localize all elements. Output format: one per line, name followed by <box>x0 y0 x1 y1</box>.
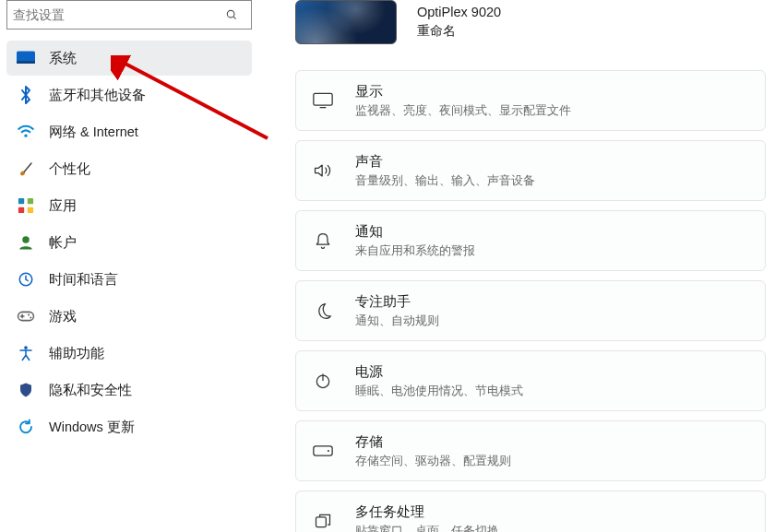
apps-icon <box>16 195 36 216</box>
device-header: OptiPlex 9020 重命名 <box>295 0 775 44</box>
nav-list: 系统 蓝牙和其他设备 网络 & Internet 个性化 <box>6 41 252 444</box>
settings-cards: 显示 监视器、亮度、夜间模式、显示配置文件 声音 音量级别、输出、输入、声音设备 <box>295 70 766 532</box>
multitask-icon <box>311 509 335 532</box>
sidebar-item-label: 蓝牙和其他设备 <box>49 87 146 104</box>
sidebar-item-accounts[interactable]: 帐户 <box>6 225 252 260</box>
svg-point-16 <box>24 346 28 349</box>
power-icon <box>311 369 335 393</box>
card-title: 专注助手 <box>355 293 439 311</box>
card-subtitle: 通知、自动规则 <box>355 313 439 329</box>
sidebar-item-accessibility[interactable]: 辅助功能 <box>6 336 252 371</box>
sidebar-item-label: 个性化 <box>49 160 90 178</box>
sidebar-item-bluetooth[interactable]: 蓝牙和其他设备 <box>6 77 252 112</box>
card-sound[interactable]: 声音 音量级别、输出、输入、声音设备 <box>295 140 766 201</box>
sidebar-item-label: 时间和语言 <box>49 271 118 289</box>
svg-rect-6 <box>28 198 33 204</box>
svg-line-1 <box>233 17 236 19</box>
svg-rect-7 <box>18 207 24 213</box>
update-icon <box>16 417 36 437</box>
device-name: OptiPlex 9020 <box>417 5 501 19</box>
rename-link[interactable]: 重命名 <box>417 23 501 40</box>
svg-rect-8 <box>28 207 33 213</box>
card-title: 通知 <box>355 223 475 241</box>
svg-point-4 <box>24 135 27 137</box>
card-title: 电源 <box>355 363 523 381</box>
card-subtitle: 来自应用和系统的警报 <box>355 243 475 259</box>
svg-rect-5 <box>18 198 24 204</box>
card-focus-assist[interactable]: 专注助手 通知、自动规则 <box>295 280 766 341</box>
bluetooth-icon <box>16 85 36 105</box>
sidebar-item-privacy[interactable]: 隐私和安全性 <box>6 372 252 408</box>
sidebar-item-personalization[interactable]: 个性化 <box>6 151 252 186</box>
brush-icon <box>16 159 36 179</box>
card-multitasking[interactable]: 多任务处理 贴靠窗口、桌面、任务切换 <box>295 491 766 532</box>
sidebar-item-label: 系统 <box>49 50 77 67</box>
gaming-icon <box>16 306 36 326</box>
card-storage[interactable]: 存储 存储空间、驱动器、配置规则 <box>295 420 766 481</box>
svg-point-14 <box>28 313 30 315</box>
sidebar-item-label: 帐户 <box>49 234 77 252</box>
svg-point-15 <box>30 316 31 318</box>
card-title: 声音 <box>355 153 535 171</box>
svg-point-0 <box>227 10 234 18</box>
bell-icon <box>311 229 335 253</box>
card-subtitle: 睡眠、电池使用情况、节电模式 <box>355 384 523 399</box>
svg-rect-3 <box>17 61 35 64</box>
svg-rect-23 <box>316 517 327 527</box>
storage-icon <box>311 439 335 463</box>
main-content: OptiPlex 9020 重命名 显示 监视器、亮度、夜间模式、显示配置文件 <box>258 0 775 532</box>
sidebar-item-update[interactable]: Windows 更新 <box>6 409 252 444</box>
search-field[interactable] <box>7 7 225 22</box>
shield-icon <box>16 380 36 400</box>
svg-rect-21 <box>314 446 332 455</box>
sidebar-item-apps[interactable]: 应用 <box>6 188 252 223</box>
system-icon <box>16 48 36 68</box>
accessibility-icon <box>16 343 36 363</box>
account-icon <box>16 232 36 253</box>
card-title: 存储 <box>355 433 511 451</box>
moon-icon <box>311 299 335 323</box>
card-title: 显示 <box>355 83 571 100</box>
card-subtitle: 音量级别、输出、输入、声音设备 <box>355 173 535 189</box>
sidebar-item-label: 辅助功能 <box>49 345 104 362</box>
sidebar-item-label: 隐私和安全性 <box>49 382 132 399</box>
sidebar-item-time-language[interactable]: 时间和语言 <box>6 262 252 297</box>
search-icon <box>225 8 251 21</box>
card-subtitle: 监视器、亮度、夜间模式、显示配置文件 <box>355 103 571 119</box>
sidebar: 系统 蓝牙和其他设备 网络 & Internet 个性化 <box>0 0 258 532</box>
card-title: 多任务处理 <box>355 503 499 521</box>
device-thumbnail <box>295 0 397 44</box>
sidebar-item-gaming[interactable]: 游戏 <box>6 299 252 334</box>
wifi-icon <box>16 122 36 142</box>
card-subtitle: 贴靠窗口、桌面、任务切换 <box>355 524 499 533</box>
sidebar-item-label: 应用 <box>49 197 77 215</box>
sidebar-item-network[interactable]: 网络 & Internet <box>6 114 252 149</box>
card-display[interactable]: 显示 监视器、亮度、夜间模式、显示配置文件 <box>295 70 766 131</box>
sidebar-item-label: Windows 更新 <box>49 419 135 436</box>
sound-icon <box>311 159 335 183</box>
svg-rect-17 <box>314 93 332 105</box>
sidebar-item-system[interactable]: 系统 <box>6 41 252 76</box>
search-input[interactable] <box>6 0 252 30</box>
time-language-icon <box>16 269 36 290</box>
sidebar-item-label: 网络 & Internet <box>49 124 138 141</box>
card-subtitle: 存储空间、驱动器、配置规则 <box>355 454 511 469</box>
card-power[interactable]: 电源 睡眠、电池使用情况、节电模式 <box>295 350 766 411</box>
svg-point-22 <box>328 450 329 452</box>
display-icon <box>311 89 335 112</box>
card-notifications[interactable]: 通知 来自应用和系统的警报 <box>295 210 766 271</box>
sidebar-item-label: 游戏 <box>49 308 77 325</box>
svg-point-9 <box>22 236 30 243</box>
